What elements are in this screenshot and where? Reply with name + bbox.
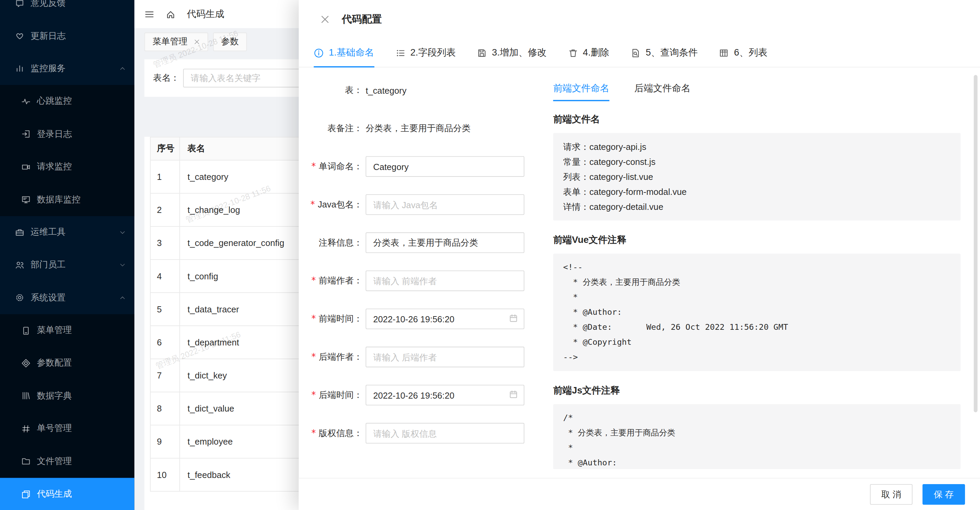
info-circle-icon	[313, 48, 323, 57]
chevron-up-icon	[119, 65, 126, 71]
sidebar-submenu-monitoring[interactable]: 监控服务	[0, 52, 134, 85]
sidebar-item-label: 文件管理	[37, 456, 72, 467]
sidebar-submenu-system-settings[interactable]: 系统设置	[0, 281, 134, 314]
drawer-header: 代码配置	[299, 0, 980, 39]
comment-info-label: 注释信息：	[299, 237, 362, 248]
sidebar-item-menu-mgmt[interactable]: 菜单管理	[0, 314, 134, 347]
sidebar-submenu-department[interactable]: 部门员工	[0, 249, 134, 281]
close-icon[interactable]	[320, 14, 330, 24]
heartbeat-icon	[21, 97, 31, 106]
sidebar-item-code-generator[interactable]: 代码生成	[0, 478, 134, 510]
sidebar-item-file-mgmt[interactable]: 文件管理	[0, 445, 134, 478]
sidebar-item-serial-number[interactable]: 单号管理	[0, 412, 134, 445]
video-icon	[21, 162, 31, 172]
frontend-time-picker[interactable]	[366, 309, 525, 329]
form-row-remark: 表备注： 分类表，主要用于商品分类	[299, 118, 553, 139]
backend-time-input[interactable]	[366, 384, 525, 405]
step-basic-naming[interactable]: 1.基础命名	[313, 39, 374, 67]
word-name-input[interactable]	[366, 156, 525, 177]
form-row-frontend-author: 前端作者：	[299, 270, 553, 291]
step-label: 2.字段列表	[410, 47, 456, 59]
sidebar-item-label: 参数配置	[37, 358, 72, 369]
login-icon	[21, 129, 31, 139]
app-root: 意见反馈 更新日志 监控服务 心跳监控 登录日志	[0, 0, 980, 510]
chevron-down-icon	[119, 262, 126, 268]
tab-close-icon[interactable]	[194, 39, 200, 45]
frontend-files-heading: 前端文件名	[553, 114, 961, 126]
form-row-comment-info: 注释信息：	[299, 232, 553, 253]
backend-time-picker[interactable]	[366, 384, 525, 405]
toolbox-icon	[15, 227, 25, 237]
drawer-footer: 取 消 保 存	[299, 478, 980, 510]
copyright-input[interactable]	[366, 423, 525, 443]
dict-icon	[21, 391, 31, 400]
drawer-body: 表： t_category 表备注： 分类表，主要用于商品分类 单词命名： Ja…	[299, 67, 980, 478]
sidebar-item-heartbeat[interactable]: 心跳监控	[0, 85, 134, 118]
home-icon[interactable]	[165, 9, 175, 19]
sidebar-item-label: 部门员工	[31, 259, 66, 270]
sidebar-item-login-log[interactable]: 登录日志	[0, 118, 134, 151]
sidebar-item-label: 数据字典	[37, 391, 72, 402]
table-label: 表：	[299, 84, 362, 96]
sidebar-item-feedback[interactable]: 意见反馈	[0, 0, 134, 20]
sidebar-submenu-ops-tools[interactable]: 运维工具	[0, 216, 134, 249]
chevron-down-icon	[119, 229, 126, 235]
calendar-icon	[509, 313, 519, 323]
sidebar-item-param-config[interactable]: 参数配置	[0, 347, 134, 380]
java-package-input[interactable]	[366, 194, 525, 215]
basic-naming-form: 表： t_category 表备注： 分类表，主要用于商品分类 单词命名： Ja…	[299, 67, 553, 478]
step-list[interactable]: 6、列表	[719, 39, 767, 67]
form-row-backend-author: 后端作者：	[299, 347, 553, 368]
file-search-icon	[631, 48, 641, 57]
sidebar-item-data-dict[interactable]: 数据字典	[0, 380, 134, 412]
drawer-scrollbar[interactable]	[974, 75, 978, 412]
menu-fold-icon[interactable]	[145, 9, 154, 19]
frontend-author-label: 前端作者：	[299, 275, 362, 286]
sidebar-item-database-monitor[interactable]: 数据库监控	[0, 183, 134, 216]
tab-param-config[interactable]: 参数	[213, 32, 247, 51]
backend-author-input[interactable]	[366, 347, 525, 368]
step-field-list[interactable]: 2.字段列表	[395, 39, 456, 67]
sidebar-item-label: 登录日志	[37, 129, 72, 140]
step-label: 5、查询条件	[646, 47, 698, 59]
sidebar-menu: 意见反馈 更新日志 监控服务 心跳监控 登录日志	[0, 0, 134, 510]
table-icon	[719, 48, 729, 57]
sidebar-item-label: 意见反馈	[31, 0, 66, 9]
file-naming-panel: 前端文件命名 后端文件命名 前端文件名 请求：category-api.js 常…	[553, 67, 961, 478]
form-row-java-package: Java包名：	[299, 194, 553, 215]
code-file-icon	[21, 489, 31, 499]
frontend-time-label: 前端时间：	[299, 313, 362, 325]
table-value: t_category	[366, 85, 407, 95]
sidebar-item-label: 代码生成	[37, 489, 72, 500]
form-row-table: 表： t_category	[299, 80, 553, 101]
tab-menu-mgmt[interactable]: 菜单管理	[145, 32, 208, 51]
tab-backend-file-naming[interactable]: 后端文件命名	[634, 83, 690, 101]
frontend-files-box: 请求：category-api.js 常量：category-const.js …	[553, 133, 961, 221]
step-add-edit[interactable]: 3.增加、修改	[477, 39, 546, 67]
trash-icon	[568, 48, 578, 57]
frontend-author-input[interactable]	[366, 270, 525, 291]
list-icon	[395, 48, 405, 57]
tab-frontend-file-naming[interactable]: 前端文件命名	[553, 83, 609, 101]
cancel-button[interactable]: 取 消	[870, 484, 913, 505]
sidebar-item-request-monitor[interactable]: 请求监控	[0, 151, 134, 183]
comment-info-input[interactable]	[366, 232, 525, 253]
sidebar-item-label: 监控服务	[31, 63, 66, 74]
sidebar-item-label: 单号管理	[37, 423, 72, 434]
table-remark-label: 表备注：	[299, 122, 362, 134]
backend-author-label: 后端作者：	[299, 351, 362, 362]
calendar-icon	[509, 390, 519, 399]
table-name-filter-input[interactable]	[183, 69, 317, 87]
step-delete[interactable]: 4.删除	[568, 39, 609, 67]
column-header-seq: 序号	[150, 137, 180, 160]
sidebar-item-label: 菜单管理	[37, 325, 72, 336]
word-name-label: 单词命名：	[299, 161, 362, 172]
frontend-time-input[interactable]	[366, 309, 525, 329]
step-query-conditions[interactable]: 5、查询条件	[631, 39, 698, 67]
drawer-steps: 1.基础命名 2.字段列表 3.增加、修改 4.删除 5、查询条件 6、列表	[299, 39, 980, 67]
sidebar-item-changelog[interactable]: 更新日志	[0, 20, 134, 52]
feedback-icon	[15, 0, 25, 8]
java-package-label: Java包名：	[299, 199, 362, 210]
heart-icon	[15, 31, 25, 41]
save-button[interactable]: 保 存	[923, 484, 965, 505]
